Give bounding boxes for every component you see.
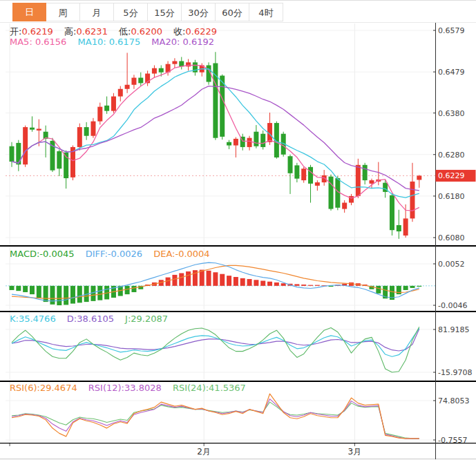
macd-legend: MACD:-0.0045 DIFF:-0.0026 DEA:-0.0004 bbox=[10, 249, 218, 259]
ma5-value: MA5: 0.6156 bbox=[10, 37, 66, 47]
tab-30min[interactable]: 30分 bbox=[182, 3, 216, 21]
low-value: 低:0.6200 bbox=[119, 26, 162, 37]
svg-text:-15.9708: -15.9708 bbox=[438, 368, 472, 377]
tab-60min[interactable]: 60分 bbox=[216, 3, 249, 21]
close-value: 收:0.6229 bbox=[173, 26, 217, 37]
svg-text:0.6479: 0.6479 bbox=[438, 68, 465, 77]
tab-month[interactable]: 月 bbox=[80, 3, 114, 21]
chart-widget: 2月3月0.65790.64790.63800.62800.61800.6080… bbox=[0, 0, 476, 460]
open-value: 开:0.6219 bbox=[10, 26, 53, 37]
svg-text:3月: 3月 bbox=[348, 447, 362, 457]
tab-15min[interactable]: 15分 bbox=[148, 3, 182, 21]
svg-text:-0.0046: -0.0046 bbox=[438, 301, 467, 310]
svg-text:0.6080: 0.6080 bbox=[438, 233, 465, 242]
high-value: 高:0.6231 bbox=[64, 26, 108, 37]
rsi-legend: RSI(6):29.4674 RSI(12):33.8028 RSI(24):4… bbox=[10, 383, 254, 393]
svg-text:0.6579: 0.6579 bbox=[438, 26, 465, 35]
rsi6-value: RSI(6):29.4674 bbox=[10, 383, 77, 393]
svg-text:2月: 2月 bbox=[197, 447, 211, 457]
svg-text:74.8053: 74.8053 bbox=[438, 396, 470, 405]
dea-value: DEA:-0.0004 bbox=[153, 249, 209, 259]
tab-4hour[interactable]: 4时 bbox=[249, 3, 283, 21]
tab-5min[interactable]: 5分 bbox=[114, 3, 148, 21]
ma-legend: MA5: 0.6156 MA10: 0.6175 MA20: 0.6192 bbox=[10, 37, 222, 47]
rsi24-value: RSI(24):41.5367 bbox=[173, 383, 246, 393]
ma10-value: MA10: 0.6175 bbox=[78, 37, 141, 47]
d-value: D:38.6105 bbox=[67, 314, 114, 324]
tab-week[interactable]: 周 bbox=[46, 3, 80, 21]
tab-day[interactable]: 日 bbox=[12, 3, 46, 21]
k-value: K:35.4766 bbox=[10, 314, 56, 324]
header-divider bbox=[0, 22, 476, 23]
svg-text:0.6280: 0.6280 bbox=[438, 151, 465, 160]
diff-value: DIFF:-0.0026 bbox=[86, 249, 142, 259]
svg-text:-0.7557: -0.7557 bbox=[438, 436, 467, 445]
svg-text:0.6229: 0.6229 bbox=[438, 171, 465, 180]
macd-value: MACD:-0.0045 bbox=[10, 249, 75, 259]
svg-text:0.0052: 0.0052 bbox=[438, 260, 465, 269]
ma20-value: MA20: 0.6192 bbox=[151, 37, 214, 47]
svg-text:0.6180: 0.6180 bbox=[438, 192, 465, 201]
timeframe-tabs: 日 周 月 5分 15分 30分 60分 4时 bbox=[12, 3, 283, 21]
j-value: J:29.2087 bbox=[125, 314, 168, 324]
svg-text:0.6380: 0.6380 bbox=[438, 109, 465, 118]
rsi12-value: RSI(12):33.8028 bbox=[88, 383, 162, 393]
kdj-legend: K:35.4766 D:38.6105 J:29.2087 bbox=[10, 314, 176, 324]
svg-text:81.9185: 81.9185 bbox=[438, 325, 470, 334]
